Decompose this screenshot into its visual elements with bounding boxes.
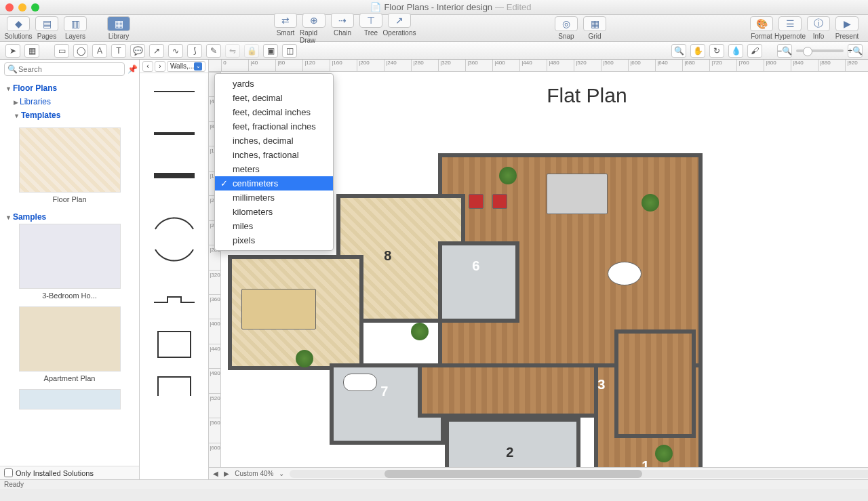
units-option-feet-decimal[interactable]: feet, decimal: [215, 91, 333, 105]
svg-rect-1: [154, 132, 195, 135]
units-option-centimeters[interactable]: centimeters: [215, 176, 333, 191]
layers-button[interactable]: ▥Layers: [61, 16, 90, 40]
sample-thumb: [19, 389, 121, 409]
library-button[interactable]: ▦Library: [104, 16, 133, 40]
spline-tool[interactable]: ∿: [168, 44, 183, 58]
sample-3bedroom[interactable]: 3-Bedroom Ho...: [5, 224, 134, 300]
units-option-millimeters[interactable]: millimeters: [215, 191, 333, 205]
tool-strip: ➤ ▦ ▭ ◯ A T 💬 ↗ ∿ ⟆ ✎ ⇋ 🔒 ▣ ◫ 🔍 ✋ ↻ 💧 🖌 …: [0, 42, 868, 60]
pages-button[interactable]: ▤Pages: [33, 16, 61, 40]
page-nav-next[interactable]: ▶: [224, 470, 229, 477]
svg-rect-3: [158, 332, 191, 357]
rotate-tool[interactable]: ↻: [709, 44, 724, 58]
pointer-tool[interactable]: ➤: [5, 44, 20, 58]
tree-root-floor-plans[interactable]: ▼Floor Plans: [4, 81, 135, 95]
page-nav-prev[interactable]: ◀: [213, 470, 218, 477]
pages-icon: ▤: [35, 16, 58, 31]
sample-label: Apartment Plan: [5, 374, 134, 382]
hypernote-button[interactable]: ☰Hypernote: [776, 16, 804, 40]
search-input[interactable]: [4, 62, 125, 76]
units-option-inches-fractional[interactable]: inches, fractional: [215, 148, 333, 162]
eyedropper-tool[interactable]: 💧: [728, 44, 743, 58]
units-option-yards[interactable]: yards: [215, 77, 333, 91]
mirror-tool[interactable]: ⇋: [225, 44, 240, 58]
zoom-slider[interactable]: [796, 49, 844, 52]
stencil-category-dropdown[interactable]: Walls,...⌄: [167, 61, 205, 72]
units-option-feet-fractional-inches[interactable]: feet, fractional inches: [215, 119, 333, 134]
snap-button[interactable]: ◎Snap: [552, 16, 580, 40]
close-window-button[interactable]: [5, 3, 14, 12]
rapid-draw-icon: ⊕: [302, 13, 326, 28]
pin-icon[interactable]: 📌: [127, 64, 138, 74]
stencil-arc-ccw[interactable]: [151, 245, 198, 275]
operations-button[interactable]: ↗Operations: [385, 13, 414, 44]
zoom-chevron-icon[interactable]: ⌄: [279, 470, 284, 477]
format-icon: 🎨: [750, 16, 773, 31]
ungroup-tool[interactable]: ◫: [282, 44, 297, 58]
line-tool[interactable]: ↗: [149, 44, 164, 58]
stencil-notch[interactable]: [151, 287, 198, 317]
arc-tool[interactable]: ⟆: [187, 44, 202, 58]
stencil-rect[interactable]: [151, 329, 198, 359]
smart-button[interactable]: ⇄Smart: [271, 13, 300, 44]
template-thumb: [19, 127, 121, 193]
stencil-arc-cw[interactable]: [151, 203, 198, 233]
operations-icon: ↗: [388, 13, 411, 28]
library-icon: ▦: [107, 16, 130, 31]
tree-templates[interactable]: ▼Templates: [4, 108, 135, 122]
svg-rect-2: [154, 173, 195, 178]
minimize-window-button[interactable]: [18, 3, 26, 12]
tree-libraries[interactable]: ▶Libraries: [4, 95, 135, 108]
solutions-button[interactable]: ◆Solutions: [4, 16, 33, 40]
stencil-forward-button[interactable]: ›: [155, 61, 165, 72]
only-installed-input[interactable]: [4, 468, 13, 477]
zoom-out-button[interactable]: −🔍: [777, 44, 792, 58]
window-title-text: Floor Plans - Interior design: [384, 2, 492, 12]
format-button[interactable]: 🎨Format: [747, 16, 776, 40]
lock-tool[interactable]: 🔒: [244, 44, 259, 58]
marquee-tool[interactable]: ▦: [24, 44, 39, 58]
text-tool[interactable]: A: [92, 44, 107, 58]
svg-rect-0: [154, 91, 195, 92]
info-button[interactable]: ⓘInfo: [804, 16, 833, 40]
h-scrollbar[interactable]: [290, 470, 868, 478]
rapid-draw-button[interactable]: ⊕Rapid Draw: [300, 13, 328, 44]
main-toolbar: ◆Solutions ▤Pages ▥Layers ▦Library ⇄Smar…: [0, 15, 868, 42]
zoom-tool[interactable]: 🔍: [671, 44, 686, 58]
stencil-rect-open[interactable]: [151, 372, 198, 401]
units-option-inches-decimal[interactable]: inches, decimal: [215, 134, 333, 148]
ellipse-tool[interactable]: ◯: [73, 44, 88, 58]
units-option-miles[interactable]: miles: [215, 219, 333, 233]
group-tool[interactable]: ▣: [263, 44, 278, 58]
sample-apartment[interactable]: Apartment Plan: [5, 306, 134, 382]
stencil-wall-thin[interactable]: [151, 77, 198, 107]
present-button[interactable]: ▶Present: [833, 16, 861, 40]
stencil-wall-thick[interactable]: [151, 161, 198, 191]
template-label: Floor Plan: [5, 195, 134, 203]
grid-button[interactable]: ▦Grid: [580, 16, 609, 40]
chevron-down-icon: ⌄: [194, 62, 202, 71]
rect-tool[interactable]: ▭: [54, 44, 69, 58]
units-option-feet-decimal-inches[interactable]: feet, decimal inches: [215, 105, 333, 119]
chain-button[interactable]: ⇢Chain: [328, 13, 357, 44]
units-option-meters[interactable]: meters: [215, 162, 333, 176]
zoom-in-button[interactable]: +🔍: [848, 44, 863, 58]
tree-samples[interactable]: ▼Samples: [5, 210, 134, 224]
callout-tool[interactable]: 💬: [130, 44, 145, 58]
zoom-label[interactable]: Custom 40%: [235, 470, 273, 477]
window-controls: [5, 3, 39, 12]
brush-tool[interactable]: 🖌: [747, 44, 762, 58]
only-installed-checkbox[interactable]: Only Installed Solutions: [0, 466, 139, 479]
stencil-back-button[interactable]: ‹: [142, 61, 153, 72]
sample-extra[interactable]: [5, 389, 134, 409]
pen-tool[interactable]: ✎: [206, 44, 221, 58]
stencil-wall-med[interactable]: [151, 119, 198, 149]
textbox-tool[interactable]: T: [111, 44, 126, 58]
template-floor-plan[interactable]: Floor Plan: [5, 127, 134, 203]
zoom-window-button[interactable]: [31, 3, 39, 12]
units-option-pixels[interactable]: pixels: [215, 233, 333, 247]
units-option-kilometers[interactable]: kilometers: [215, 205, 333, 219]
titlebar: 📄 Floor Plans - Interior design — Edited: [0, 0, 868, 15]
tree-button[interactable]: ⊤Tree: [357, 13, 385, 44]
pan-tool[interactable]: ✋: [690, 44, 705, 58]
